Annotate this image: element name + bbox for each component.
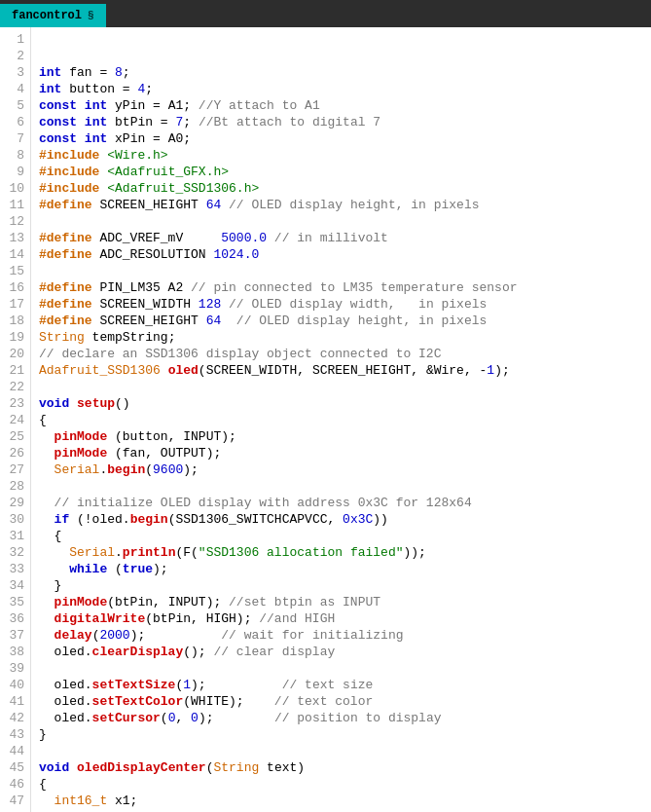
line-number: 42 bbox=[6, 710, 24, 726]
line-number: 21 bbox=[6, 362, 24, 379]
active-tab[interactable]: fancontrol § bbox=[0, 4, 106, 27]
code-line: Adafruit_SSD1306 oled(SCREEN_WIDTH, SCRE… bbox=[39, 362, 643, 379]
line-number: 17 bbox=[6, 296, 24, 313]
code-line: // declare an SSD1306 display object con… bbox=[39, 346, 643, 362]
line-number: 23 bbox=[6, 395, 24, 412]
line-number: 19 bbox=[6, 329, 24, 346]
line-number: 36 bbox=[6, 610, 24, 627]
code-line: oled.setTextColor(WHITE); // text color bbox=[39, 693, 643, 710]
line-number: 35 bbox=[6, 594, 24, 610]
line-number: 9 bbox=[6, 164, 24, 180]
code-line: #include <Adafruit_SSD1306.h> bbox=[39, 180, 643, 197]
code-line: { bbox=[39, 412, 643, 428]
code-line: } bbox=[39, 577, 643, 594]
code-line: #define PIN_LM35 A2 // pin connected to … bbox=[39, 279, 643, 296]
code-line: Serial.begin(9600); bbox=[39, 461, 643, 478]
line-number: 1 bbox=[6, 31, 24, 48]
line-number: 14 bbox=[6, 246, 24, 263]
code-line: const int yPin = A1; //Y attach to A1 bbox=[39, 97, 643, 114]
code-line bbox=[39, 660, 643, 677]
line-number: 27 bbox=[6, 461, 24, 478]
line-number: 31 bbox=[6, 528, 24, 544]
code-line: Serial.println(F("SSD1306 allocation fai… bbox=[39, 544, 643, 561]
line-number: 7 bbox=[6, 130, 24, 147]
line-number: 32 bbox=[6, 544, 24, 561]
code-line: #include <Adafruit_GFX.h> bbox=[39, 164, 643, 180]
app: fancontrol § 123456789101112131415161718… bbox=[0, 0, 651, 812]
line-number: 20 bbox=[6, 346, 24, 362]
code-line: #define ADC_RESOLUTION 1024.0 bbox=[39, 246, 643, 263]
code-line: while (true); bbox=[39, 561, 643, 577]
line-number: 11 bbox=[6, 197, 24, 213]
line-number: 16 bbox=[6, 279, 24, 296]
code-line bbox=[39, 379, 643, 395]
line-number: 24 bbox=[6, 412, 24, 428]
code-line: const int btPin = 7; //Bt attach to digi… bbox=[39, 114, 643, 130]
code-line: #define SCREEN_HEIGHT 64 // OLED display… bbox=[39, 197, 643, 213]
tab-label: fancontrol bbox=[12, 9, 82, 22]
code-line: int fan = 8; bbox=[39, 64, 643, 81]
code-line: { bbox=[39, 776, 643, 793]
line-number: 43 bbox=[6, 726, 24, 743]
line-number: 39 bbox=[6, 660, 24, 677]
code-line: #define ADC_VREF_mV 5000.0 // in millivo… bbox=[39, 230, 643, 246]
code-line bbox=[39, 213, 643, 230]
tab-bar: fancontrol § bbox=[0, 0, 651, 27]
line-number: 47 bbox=[6, 793, 24, 809]
code-line: #define SCREEN_WIDTH 128 // OLED display… bbox=[39, 296, 643, 313]
line-number: 44 bbox=[6, 743, 24, 759]
code-line: String tempString; bbox=[39, 329, 643, 346]
line-number: 13 bbox=[6, 230, 24, 246]
line-number: 30 bbox=[6, 511, 24, 528]
line-number: 29 bbox=[6, 495, 24, 511]
line-number: 38 bbox=[6, 644, 24, 660]
line-number: 26 bbox=[6, 445, 24, 461]
editor: 1234567891011121314151617181920212223242… bbox=[0, 27, 651, 812]
line-number: 25 bbox=[6, 428, 24, 445]
code-line: pinMode (fan, OUTPUT); bbox=[39, 445, 643, 461]
code-line: void setup() bbox=[39, 395, 643, 412]
line-number: 8 bbox=[6, 147, 24, 164]
code-line: int button = 4; bbox=[39, 81, 643, 97]
line-number: 3 bbox=[6, 64, 24, 81]
line-number: 33 bbox=[6, 561, 24, 577]
code-line: void oledDisplayCenter(String text) bbox=[39, 759, 643, 776]
code-line: pinMode (button, INPUT); bbox=[39, 428, 643, 445]
line-numbers: 1234567891011121314151617181920212223242… bbox=[0, 27, 31, 812]
code-line: digitalWrite(btPin, HIGH); //and HIGH bbox=[39, 610, 643, 627]
code-line bbox=[39, 743, 643, 759]
tab-close-icon[interactable]: § bbox=[88, 10, 94, 21]
line-number: 2 bbox=[6, 48, 24, 64]
line-number: 10 bbox=[6, 180, 24, 197]
line-number: 41 bbox=[6, 693, 24, 710]
line-number: 12 bbox=[6, 213, 24, 230]
line-number: 45 bbox=[6, 759, 24, 776]
line-number: 40 bbox=[6, 677, 24, 693]
line-number: 34 bbox=[6, 577, 24, 594]
code-line: oled.clearDisplay(); // clear display bbox=[39, 644, 643, 660]
code-line: } bbox=[39, 726, 643, 743]
code-line: if (!oled.begin(SSD1306_SWITCHCAPVCC, 0x… bbox=[39, 511, 643, 528]
code-line bbox=[39, 478, 643, 495]
code-line: oled.setTextSize(1); // text size bbox=[39, 677, 643, 693]
line-number: 5 bbox=[6, 97, 24, 114]
line-number: 18 bbox=[6, 313, 24, 329]
line-number: 4 bbox=[6, 81, 24, 97]
line-number: 6 bbox=[6, 114, 24, 130]
code-line: oled.setCursor(0, 0); // position to dis… bbox=[39, 710, 643, 726]
code-line: const int xPin = A0; bbox=[39, 130, 643, 147]
code-line: delay(2000); // wait for initializing bbox=[39, 627, 643, 644]
line-number: 28 bbox=[6, 478, 24, 495]
code-line: int16_t x1; bbox=[39, 793, 643, 809]
line-number: 46 bbox=[6, 776, 24, 793]
line-number: 22 bbox=[6, 379, 24, 395]
line-number: 37 bbox=[6, 627, 24, 644]
code-line: { bbox=[39, 528, 643, 544]
code-area[interactable]: int fan = 8;int button = 4;const int yPi… bbox=[31, 27, 651, 812]
line-number: 15 bbox=[6, 263, 24, 279]
code-line: // initialize OLED display with address … bbox=[39, 495, 643, 511]
code-line: #include <Wire.h> bbox=[39, 147, 643, 164]
code-line bbox=[39, 263, 643, 279]
code-line: pinMode(btPin, INPUT); //set btpin as IN… bbox=[39, 594, 643, 610]
code-line: #define SCREEN_HEIGHT 64 // OLED display… bbox=[39, 313, 643, 329]
